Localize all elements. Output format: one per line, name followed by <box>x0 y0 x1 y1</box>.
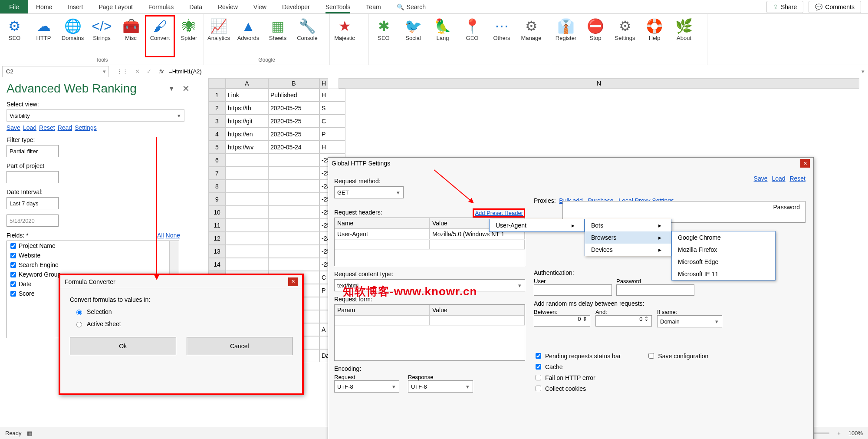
chk-save-config[interactable] <box>648 353 654 359</box>
ribbon-http[interactable]: ☁HTTP <box>29 16 58 57</box>
read-link[interactable]: Read <box>58 124 72 131</box>
tab-formulas[interactable]: Formulas <box>141 0 181 13</box>
menu-ie11[interactable]: Microsoft IE 11 <box>672 268 775 280</box>
tab-team[interactable]: Team <box>358 0 388 13</box>
user-agent-submenu[interactable]: Bots▸ Browsers▸ Devices▸ <box>585 219 671 256</box>
tab-review[interactable]: Review <box>210 0 246 13</box>
ribbon-seo2[interactable]: ✱SEO <box>369 16 398 63</box>
formula-dlg-close[interactable]: ✕ <box>288 277 298 286</box>
fx-cancel-icon[interactable]: ✕ <box>133 68 141 75</box>
delay-and-input[interactable]: 0 ⇕ <box>595 315 652 327</box>
reset-link[interactable]: Reset <box>39 124 55 131</box>
field-keyword-group-check[interactable] <box>10 272 16 277</box>
ribbon-others[interactable]: ⋯Others <box>487 16 516 63</box>
form-grid[interactable]: ParamValue <box>334 304 525 361</box>
formula-cancel-button[interactable]: Cancel <box>187 337 293 355</box>
ribbon-misc[interactable]: 🧰Misc <box>116 16 145 57</box>
ribbon-majestic[interactable]: ★Majestic <box>330 16 359 63</box>
ribbon-settings[interactable]: ⚙Settings <box>610 16 640 63</box>
zoom-in[interactable]: + <box>837 430 841 436</box>
ribbon-strings[interactable]: </>Strings <box>87 16 116 57</box>
select-view-dropdown[interactable]: Visibility <box>7 109 184 122</box>
menu-browsers[interactable]: Browsers▸ <box>585 231 671 244</box>
auth-password-input[interactable] <box>616 284 694 296</box>
none-link[interactable]: None <box>166 232 180 239</box>
hp-reset-link[interactable]: Reset <box>789 175 806 182</box>
formula-input[interactable]: =HtmlH1(A2) <box>167 68 858 75</box>
ribbon-console[interactable]: 🔧Console <box>293 16 322 57</box>
ribbon-seo[interactable]: ⚙SEO <box>0 16 29 57</box>
auth-user-input[interactable] <box>534 284 612 296</box>
add-preset-header-link[interactable]: Add Preset Header <box>473 208 525 218</box>
field-website-check[interactable] <box>10 253 16 258</box>
formula-expand[interactable]: ▾ <box>858 68 868 75</box>
comments-button[interactable]: 💬 Comments <box>809 1 861 13</box>
tab-developer[interactable]: Developer <box>274 0 318 13</box>
field-date-check[interactable] <box>10 281 16 287</box>
menu-firefox[interactable]: Mozilla Firefox <box>672 244 775 256</box>
part-project-input[interactable] <box>7 171 59 183</box>
chk-cache[interactable] <box>536 364 541 370</box>
task-pane-close[interactable]: ✕ <box>179 83 193 94</box>
ribbon-help[interactable]: 🛟Help <box>640 16 669 63</box>
ribbon-analytics[interactable]: 📈Analytics <box>204 16 233 57</box>
ribbon-geo[interactable]: 📍GEO <box>457 16 487 63</box>
load-link[interactable]: Load <box>23 124 36 131</box>
ribbon-about[interactable]: 🌿About <box>669 16 699 63</box>
share-button[interactable]: ⇪ Share <box>766 1 803 13</box>
tab-home[interactable]: Home <box>28 0 60 13</box>
ribbon-convert[interactable]: 🖌Convert <box>145 16 174 57</box>
settings-link[interactable]: Settings <box>75 124 97 131</box>
ribbon-stop[interactable]: ⛔Stop <box>581 16 610 63</box>
field-score-check[interactable] <box>10 291 16 297</box>
hp-load-link[interactable]: Load <box>772 175 785 182</box>
request-encoding-select[interactable]: UTF-8 <box>334 380 399 393</box>
tab-insert[interactable]: Insert <box>60 0 91 13</box>
ribbon-spider[interactable]: 🕷Spider <box>174 16 204 57</box>
task-pane-menu[interactable]: ▼ <box>164 85 179 92</box>
radio-active-sheet[interactable] <box>76 322 82 327</box>
menu-user-agent[interactable]: User-Agent▸ <box>490 219 584 231</box>
chk-fail[interactable] <box>536 375 541 380</box>
field-search-engine-check[interactable] <box>10 262 16 268</box>
name-box[interactable]: C2 <box>2 66 109 77</box>
delay-between-input[interactable]: 0 ⇕ <box>534 315 590 327</box>
save-link[interactable]: Save <box>7 124 20 131</box>
status-macro-icon[interactable]: ▦ <box>27 430 32 436</box>
tab-data[interactable]: Data <box>181 0 210 13</box>
ribbon-lang[interactable]: 🦜Lang <box>428 16 457 63</box>
tab-page-layout[interactable]: Page Layout <box>91 0 141 13</box>
fx-accept-icon[interactable]: ✓ <box>145 68 153 75</box>
menu-bots[interactable]: Bots▸ <box>585 219 671 231</box>
fx-grid-icon[interactable]: ⋮⋮ <box>115 68 130 75</box>
preset-header-menu[interactable]: User-Agent▸ <box>489 219 585 232</box>
date-input[interactable]: 5/18/2020 <box>7 215 59 227</box>
filter-type-select[interactable]: Partial filter <box>7 145 59 157</box>
menu-devices[interactable]: Devices▸ <box>585 244 671 256</box>
zoom-value[interactable]: 100% <box>848 430 863 436</box>
tab-seotools[interactable]: SeoTools <box>318 0 358 13</box>
ribbon-register[interactable]: 👔Register <box>551 16 581 63</box>
ribbon-manage[interactable]: ⚙Manage <box>516 16 546 63</box>
request-method-select[interactable]: GET <box>334 186 404 198</box>
menu-edge[interactable]: Microsoft Edge <box>672 256 775 268</box>
ribbon-sheets[interactable]: ▦Sheets <box>263 16 293 57</box>
all-link[interactable]: All <box>157 232 164 239</box>
search-box[interactable]: 🔍 Search <box>389 0 434 13</box>
tab-view[interactable]: View <box>246 0 274 13</box>
radio-selection[interactable] <box>76 310 82 315</box>
chk-cookies[interactable] <box>536 386 541 391</box>
hp-save-link[interactable]: Save <box>754 175 768 182</box>
chk-pending[interactable] <box>536 353 541 359</box>
ribbon-adwords[interactable]: ▲Adwords <box>233 16 263 57</box>
ribbon-domains[interactable]: 🌐Domains <box>58 16 87 57</box>
http-close-button[interactable]: ✕ <box>800 159 810 168</box>
formula-ok-button[interactable]: Ok <box>70 337 176 355</box>
file-menu[interactable]: File <box>0 0 28 13</box>
ifsame-select[interactable]: Domain <box>657 315 722 327</box>
browsers-submenu[interactable]: Google Chrome Mozilla Firefox Microsoft … <box>671 231 776 281</box>
response-encoding-select[interactable]: UTF-8 <box>408 380 473 393</box>
date-interval-select[interactable]: Last 7 days <box>7 197 59 209</box>
field-project-name-check[interactable] <box>10 243 16 249</box>
ribbon-social[interactable]: 🐦Social <box>398 16 428 63</box>
